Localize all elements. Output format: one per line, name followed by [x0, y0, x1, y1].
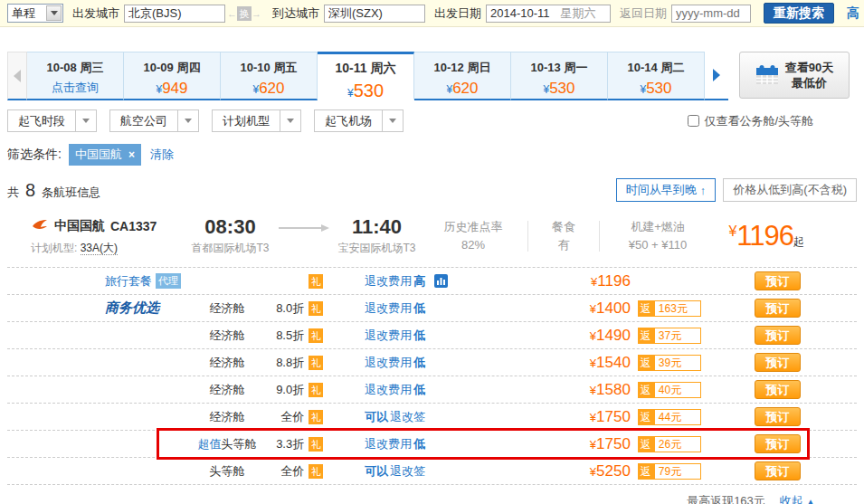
cabin-prefix: 超值 — [198, 437, 222, 451]
gift-badge-icon[interactable]: 礼 — [309, 410, 323, 424]
date-tab-10-13[interactable]: 10-13 周一 ¥530 — [511, 52, 608, 100]
rule-text: 退改费用 — [365, 328, 412, 344]
business-preferred-logo[interactable]: 商务优选 — [105, 300, 159, 317]
currency-symbol: ¥ — [728, 223, 736, 239]
gift-badge-icon[interactable]: 礼 — [309, 356, 323, 370]
gift-badge-icon[interactable]: 礼 — [309, 274, 323, 289]
filter-aircraft-dropdown[interactable]: 计划机型 — [212, 109, 301, 132]
trip-type-dropdown-button[interactable] — [46, 5, 62, 21]
book-button[interactable]: 预订 — [755, 299, 801, 318]
dropdown-arrow-button[interactable] — [280, 110, 300, 131]
date-tab-10-09[interactable]: 10-09 周四 ¥949 — [124, 52, 221, 100]
trip-type-value: 单程 — [8, 5, 35, 22]
currency-symbol: ¥ — [590, 384, 596, 397]
book-button[interactable]: 预订 — [755, 271, 801, 290]
dropdown-arrow-button[interactable] — [177, 110, 198, 131]
fare-price: 1540 — [596, 354, 631, 371]
tab-query-link[interactable]: 点击查询 — [27, 80, 123, 96]
sort-price-label: 价格从低到高(不含税) — [733, 182, 847, 198]
rebate-value: 39元 — [654, 355, 701, 371]
chevron-down-icon — [185, 119, 192, 123]
fare-row-first-class-full: 头等舱 全价 礼 可以退改签 ¥5250 返79元 预订 — [7, 458, 857, 485]
travel-package-link[interactable]: 旅行套餐 — [105, 273, 152, 290]
rebate-prefix: 返 — [638, 409, 654, 425]
gift-badge-icon[interactable]: 礼 — [309, 383, 323, 397]
airline-name: 中国国航 — [54, 218, 105, 234]
filter-label: 计划机型 — [213, 110, 280, 131]
view-90days-lowest-button[interactable]: 查看90天 最低价 — [739, 52, 850, 99]
return-date-input[interactable] — [671, 5, 751, 23]
book-button[interactable]: 预订 — [755, 461, 801, 480]
date-tab-10-14[interactable]: 10-14 周二 ¥530 — [608, 52, 705, 100]
arrival-airport: 宝安国际机场T3 — [338, 241, 416, 256]
next-days-button[interactable] — [705, 52, 728, 100]
refund-rule-link[interactable]: 可以退改签 — [365, 463, 538, 480]
fare-row-economy-80: 商务优选 经济舱 8.0折 礼 退改费用低 ¥1400 返163元 预订 — [7, 295, 857, 322]
trip-type-select[interactable]: 单程 — [7, 4, 63, 23]
rule-level: 可以 — [365, 409, 388, 425]
gift-badge-icon[interactable]: 礼 — [309, 437, 323, 452]
book-button[interactable]: 预订 — [755, 353, 801, 372]
refund-rule-link[interactable]: 退改费用低 — [365, 300, 538, 317]
date-tab-10-10[interactable]: 10-10 周五 ¥620 — [221, 52, 318, 100]
arrival-time: 11:40 — [338, 216, 416, 238]
swap-button[interactable]: 换 — [237, 6, 252, 21]
refund-rule-link[interactable]: 退改费用低 — [365, 436, 538, 452]
aircraft-type-link[interactable]: 33A(大) — [81, 242, 118, 255]
remove-filter-icon[interactable]: × — [128, 148, 135, 161]
fare-price: 1490 — [596, 327, 631, 344]
filter-airline-dropdown[interactable]: 航空公司 — [109, 109, 199, 132]
refund-rule-link[interactable]: 退改费用低 — [365, 382, 538, 398]
flight-search-page: 单程 出发城市 ← 换 → 到达城市 出发日期 2014-10-11 星期六 返… — [0, 0, 864, 504]
book-button[interactable]: 预订 — [755, 380, 801, 399]
to-city-input[interactable] — [324, 5, 425, 23]
search-again-button[interactable]: 重新搜索 — [764, 3, 834, 24]
date-tab-10-08[interactable]: 10-08 周三 点击查询 — [27, 52, 124, 100]
filter-depart-time-dropdown[interactable]: 起飞时段 — [7, 109, 97, 132]
cabin-class: 经济舱 — [189, 328, 265, 344]
gift-badge-icon[interactable]: 礼 — [309, 328, 323, 343]
filter-depart-airport-dropdown[interactable]: 起飞机场 — [314, 109, 404, 132]
book-button[interactable]: 预订 — [755, 407, 801, 426]
collapse-link[interactable]: 收起 ▲ — [779, 494, 815, 504]
sort-by-price-button[interactable]: 价格从低到高(不含税) — [723, 178, 857, 202]
refund-rule-link[interactable]: 退改费用低 — [365, 355, 538, 371]
dropdown-arrow-button[interactable] — [382, 110, 403, 131]
fee-chart-icon[interactable] — [434, 274, 448, 288]
refund-rule-link[interactable]: 退改费用高 — [365, 273, 538, 290]
refund-rule-link[interactable]: 退改费用低 — [365, 328, 538, 344]
rebate-prefix: 返 — [638, 300, 654, 317]
date-tab-10-11-selected[interactable]: 10-11 周六 ¥530 — [318, 52, 414, 100]
fare-row-economy-90: 经济舱 9.0折 礼 退改费用低 ¥1580 返40元 预订 — [7, 376, 857, 404]
rebate-value: 44元 — [654, 409, 701, 425]
depart-date-input[interactable]: 2014-10-11 星期六 — [486, 5, 611, 23]
arrival-block: 11:40 宝安国际机场T3 — [338, 216, 416, 256]
rebate-badge: 返79元 — [638, 463, 755, 480]
rebate-badge: 返26元 — [638, 436, 755, 452]
departure-block: 08:30 首都国际机场T3 — [191, 216, 269, 256]
advanced-link-partial[interactable]: 高 — [847, 5, 859, 22]
business-class-only-checkbox[interactable] — [688, 115, 699, 127]
cabin-class: 经济舱 — [189, 409, 265, 425]
clear-filters-link[interactable]: 清除 — [150, 147, 174, 163]
list-header: 共 8 条航班信息 时间从早到晚 ↑ 价格从低到高(不含税) — [7, 178, 857, 202]
dropdown-arrow-button[interactable] — [75, 110, 96, 131]
gift-badge-icon[interactable]: 礼 — [309, 464, 323, 479]
prev-days-button[interactable] — [7, 52, 27, 100]
filter-tag-text: 中国国航 — [75, 147, 122, 163]
refund-rule-link[interactable]: 可以退改签 — [365, 409, 538, 425]
date-tab-10-12[interactable]: 10-12 周日 ¥620 — [414, 52, 511, 100]
tab-date: 10-11 周六 — [318, 61, 413, 77]
currency-symbol: ¥ — [590, 411, 596, 424]
max-rebate-text: 最高返现163元 — [687, 494, 765, 504]
rebate-prefix: 返 — [638, 382, 654, 398]
gift-badge-icon[interactable]: 礼 — [309, 301, 323, 316]
sort-by-time-button[interactable]: 时间从早到晚 ↑ — [616, 178, 717, 202]
from-city-input[interactable] — [124, 5, 225, 23]
discount: 8.5折 — [265, 328, 304, 344]
book-button[interactable]: 预订 — [755, 434, 801, 453]
date-strip: 10-08 周三 点击查询 10-09 周四 ¥949 10-10 周五 ¥62… — [7, 52, 857, 100]
fare-price: 1750 — [596, 408, 631, 425]
book-button[interactable]: 预订 — [755, 326, 801, 345]
swap-cities[interactable]: ← 换 → — [227, 6, 261, 21]
